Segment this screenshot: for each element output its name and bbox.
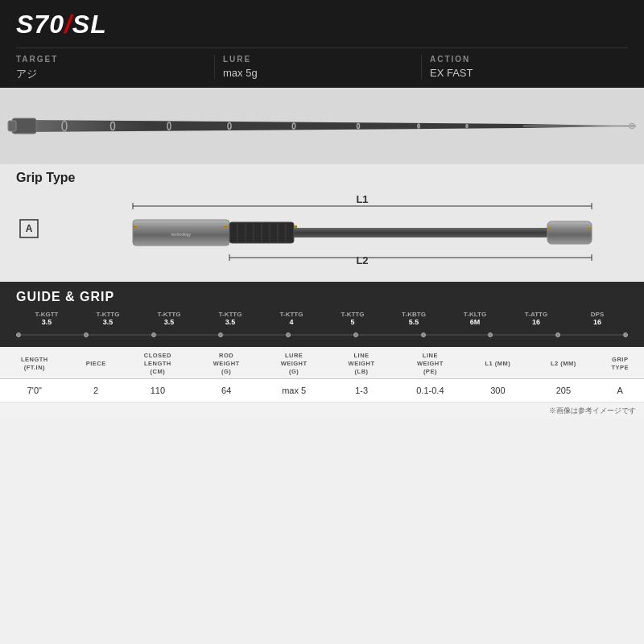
- guide-section-title: GUIDE & GRIP: [16, 290, 628, 304]
- guide-item: T-KBTG5.5: [383, 311, 444, 326]
- guide-size: 3.5: [16, 318, 77, 326]
- table-cell: 300: [465, 379, 530, 402]
- guide-item: T-ATTG16: [506, 311, 567, 326]
- table-row: 7'0"211064max 51-30.1-0.4300205A: [0, 379, 644, 402]
- guide-name: T-KBTG: [383, 311, 444, 318]
- svg-rect-32: [294, 225, 297, 228]
- svg-text:L1: L1: [356, 193, 368, 205]
- model-slash: /: [64, 10, 72, 39]
- guide-name: DPS: [567, 311, 628, 318]
- grip-diagram-svg: L1 A technology: [16, 192, 628, 272]
- svg-rect-22: [224, 225, 227, 228]
- table-header: LENGTH(ft.in): [0, 347, 69, 379]
- rod-image-section: [0, 88, 644, 164]
- table-cell: A: [597, 379, 644, 402]
- svg-text:L2: L2: [356, 254, 368, 266]
- table-header: L2 (mm): [530, 347, 596, 379]
- svg-text:A: A: [26, 223, 33, 234]
- rod-diagram-svg: [0, 88, 644, 164]
- model-title: S70/SL: [16, 10, 628, 39]
- table-header: GRIPTYPE: [597, 347, 644, 379]
- action-value: EX FAST: [430, 67, 620, 79]
- guide-size: 3.5: [77, 318, 138, 326]
- guide-name: T-KTTG: [77, 311, 138, 318]
- guide-dot: [488, 332, 493, 337]
- grip-type-label: Grip Type: [16, 171, 628, 185]
- top-section: S70/SL TARGET アジ LURE max 5g ACTION EX F…: [0, 0, 644, 88]
- guide-item: DPS16: [567, 311, 628, 326]
- guide-dot: [151, 332, 156, 337]
- specs-table: LENGTH(ft.in)PIECECLOSEDLENGTH(cm)RODWEI…: [0, 347, 644, 402]
- target-value: アジ: [16, 67, 206, 81]
- guide-dots-row: [16, 331, 628, 339]
- svg-rect-35: [588, 227, 590, 229]
- guide-size: 5.5: [383, 318, 444, 326]
- guide-item: T-KTTG5: [322, 311, 383, 326]
- guide-size: 3.5: [138, 318, 200, 326]
- guide-name: T-KTTG: [138, 311, 200, 318]
- svg-rect-21: [134, 225, 137, 228]
- guide-name: T-KTTG: [322, 311, 383, 318]
- model-variant: SL: [72, 10, 107, 39]
- lure-label: LURE: [223, 55, 413, 64]
- guide-dot: [286, 332, 291, 337]
- guide-name: T-ATTG: [506, 311, 567, 318]
- lure-value: max 5g: [223, 67, 413, 79]
- table-header: PIECE: [69, 347, 123, 379]
- table-header-row: LENGTH(ft.in)PIECECLOSEDLENGTH(cm)RODWEI…: [0, 347, 644, 379]
- specs-table-section: LENGTH(ft.in)PIECECLOSEDLENGTH(cm)RODWEI…: [0, 347, 644, 419]
- svg-rect-33: [547, 221, 592, 244]
- table-header: LINEWEIGHT(PE): [395, 347, 465, 379]
- table-cell: 64: [192, 379, 260, 402]
- table-cell: max 5: [260, 379, 328, 402]
- table-header: CLOSEDLENGTH(cm): [123, 347, 193, 379]
- table-header: RODWEIGHT(g): [192, 347, 260, 379]
- table-body: 7'0"211064max 51-30.1-0.4300205A: [0, 379, 644, 402]
- specs-row: TARGET アジ LURE max 5g ACTION EX FAST: [16, 47, 628, 81]
- spec-action: ACTION EX FAST: [421, 55, 628, 79]
- svg-text:technology: technology: [171, 232, 192, 237]
- guide-name: T-KLTG: [444, 311, 506, 318]
- guide-dot: [555, 332, 560, 337]
- guide-item: T-KTTG4: [261, 311, 322, 326]
- table-cell: 2: [69, 379, 123, 402]
- guide-dot: [84, 332, 89, 337]
- guide-size: 3.5: [200, 318, 261, 326]
- note-text: ※画像は参考イメージです: [0, 402, 644, 419]
- guide-dot: [16, 332, 21, 337]
- target-label: TARGET: [16, 55, 206, 64]
- guides-row: T-KGTT3.5T-KTTG3.5T-KTTG3.5T-KTTG3.5T-KT…: [16, 311, 628, 326]
- guide-line: [16, 335, 628, 336]
- svg-rect-34: [548, 227, 551, 229]
- svg-rect-12: [8, 121, 16, 131]
- guide-section: GUIDE & GRIP T-KGTT3.5T-KTTG3.5T-KTTG3.5…: [0, 282, 644, 347]
- guide-name: T-KTTG: [200, 311, 261, 318]
- guide-name: T-KGTT: [16, 311, 77, 318]
- grip-diagram: L1 A technology: [16, 192, 628, 272]
- table-cell: 205: [530, 379, 596, 402]
- guide-size: 6M: [444, 318, 506, 326]
- grip-section: Grip Type: [0, 164, 644, 282]
- guide-dot: [623, 332, 628, 337]
- guide-size: 16: [506, 318, 567, 326]
- action-label: ACTION: [430, 55, 620, 64]
- guide-item: T-KLTG6M: [444, 311, 506, 326]
- table-cell: 7'0": [0, 379, 69, 402]
- table-cell: 110: [123, 379, 193, 402]
- guide-item: T-KGTT3.5: [16, 311, 77, 326]
- table-cell: 0.1-0.4: [395, 379, 465, 402]
- table-header: LUREWEIGHT(g): [260, 347, 328, 379]
- guide-name: T-KTTG: [261, 311, 322, 318]
- table-header: L1 (mm): [465, 347, 530, 379]
- table-header: LINEWEIGHT(lb): [328, 347, 395, 379]
- spec-lure: LURE max 5g: [214, 55, 421, 79]
- guide-dot: [421, 332, 426, 337]
- guide-item: T-KTTG3.5: [138, 311, 200, 326]
- guide-item: T-KTTG3.5: [200, 311, 261, 326]
- spec-target: TARGET アジ: [16, 55, 214, 81]
- guide-size: 4: [261, 318, 322, 326]
- model-name: S70: [16, 10, 64, 39]
- guide-dot: [353, 332, 358, 337]
- guide-item: T-KTTG3.5: [77, 311, 138, 326]
- guide-size: 16: [567, 318, 628, 326]
